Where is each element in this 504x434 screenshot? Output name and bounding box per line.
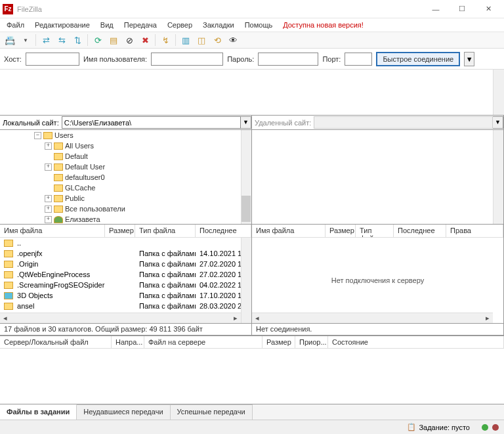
remote-site-input	[314, 116, 493, 129]
remote-file-list[interactable]: Нет подключения к серверу ◂▸	[252, 238, 503, 324]
tree-node[interactable]: +Default User	[0, 162, 251, 172]
file-type: Папка с файлами	[135, 292, 196, 299]
tree-node[interactable]: +Елизавета	[0, 214, 251, 225]
disconnect-icon[interactable]: ✖	[138, 33, 152, 47]
file-name: 3D Objects	[15, 292, 52, 299]
tab-success[interactable]: Успешные передачи	[171, 404, 253, 420]
local-file-list[interactable]: .. .openjfxПапка с файлами14.10.2021 14:…	[0, 238, 251, 324]
qcol-priority[interactable]: Приор...	[295, 336, 328, 348]
remote-list-header: Имя файла Размер Тип файла Последнее из.…	[252, 225, 503, 238]
tree-node[interactable]: +Все пользователи	[0, 204, 251, 214]
rcol-size[interactable]: Размер	[326, 225, 356, 237]
tree-node[interactable]: −Users	[0, 130, 251, 141]
minimize-button[interactable]: —	[423, 1, 449, 18]
folder-icon	[4, 292, 13, 299]
remote-tree-scrollbar[interactable]	[493, 130, 503, 224]
sync-browse-icon[interactable]: ⟲	[210, 33, 224, 47]
menu-view[interactable]: Вид	[96, 20, 117, 30]
menu-edit[interactable]: Редактирование	[31, 20, 94, 30]
menu-bookmarks[interactable]: Закладки	[199, 20, 238, 30]
toggle-log-icon[interactable]: ⇄	[39, 33, 53, 47]
qcol-server[interactable]: Сервер/Локальный файл	[0, 336, 112, 348]
pass-input[interactable]	[258, 53, 318, 66]
qcol-size[interactable]: Размер	[262, 336, 295, 348]
list-item[interactable]: 3D ObjectsПапка с файлами17.10.2020 1:27…	[0, 290, 251, 301]
qcol-direction[interactable]: Напра...	[112, 336, 144, 348]
sitemanager-drop-icon[interactable]: ▼	[18, 33, 33, 47]
tab-failed[interactable]: Неудавшиеся передачи	[77, 404, 170, 420]
local-list-header: Имя файла Размер Тип файла Последнее изм	[0, 225, 251, 238]
tree-node[interactable]: defaultuser0	[0, 172, 251, 183]
remote-empty-message: Нет подключения к серверу	[252, 238, 503, 323]
menu-transfer[interactable]: Передача	[120, 20, 161, 30]
maximize-button[interactable]: ☐	[449, 1, 475, 18]
list-item[interactable]: .openjfxПапка с файлами14.10.2021 14:05	[0, 248, 251, 259]
refresh-icon[interactable]: ⟳	[91, 33, 105, 47]
expand-toggle[interactable]: +	[45, 206, 52, 213]
queue-body[interactable]	[0, 349, 504, 404]
menu-server[interactable]: Сервер	[163, 20, 196, 30]
cancel-icon[interactable]: ⊘	[122, 33, 136, 47]
menu-help[interactable]: Помощь	[241, 20, 277, 30]
list-item[interactable]: .QtWebEngineProcessПапка с файлами27.02.…	[0, 269, 251, 280]
activity-led-down-icon	[482, 424, 488, 431]
folder-icon	[4, 261, 13, 268]
tab-queued[interactable]: Файлы в задании	[0, 404, 77, 420]
filter-icon[interactable]: ▥	[178, 33, 193, 47]
col-name[interactable]: Имя файла	[0, 225, 105, 237]
host-input[interactable]	[26, 53, 79, 66]
search-icon[interactable]: 👁	[226, 33, 240, 47]
menu-file[interactable]: Файл	[3, 20, 28, 30]
qcol-state[interactable]: Состояние	[328, 336, 504, 348]
remote-tree[interactable]	[252, 130, 503, 225]
reconnect-icon[interactable]: ↯	[158, 33, 173, 47]
close-button[interactable]: ✕	[475, 1, 501, 18]
menu-update-available[interactable]: Доступна новая версия!	[279, 20, 368, 30]
remote-list-hscroll[interactable]: ◂▸	[252, 313, 493, 323]
list-item[interactable]: .OriginПапка с файлами27.02.2020 18:58	[0, 259, 251, 269]
tree-node[interactable]: +Public	[0, 193, 251, 204]
expand-toggle[interactable]: −	[34, 132, 41, 139]
expand-toggle[interactable]: +	[45, 142, 52, 150]
tree-node[interactable]: GLCache	[0, 183, 251, 193]
list-item[interactable]: ..	[0, 238, 251, 248]
quickconnect-history-drop[interactable]: ▼	[464, 52, 474, 66]
sitemanager-icon[interactable]: 📇	[3, 33, 17, 47]
qcol-remote[interactable]: Файл на сервере	[144, 336, 262, 348]
tree-node[interactable]: Default	[0, 151, 251, 162]
expand-toggle[interactable]: +	[45, 195, 52, 202]
local-tree-scrollbar[interactable]	[241, 130, 251, 224]
quickconnect-button[interactable]: Быстрое соединение	[376, 52, 460, 66]
file-type: Папка с файлами	[135, 250, 196, 257]
folder-icon	[43, 132, 52, 139]
compare-icon[interactable]: ◫	[194, 33, 209, 47]
file-name: ..	[15, 239, 21, 247]
file-name: ansel	[15, 302, 34, 310]
local-list-hscroll[interactable]: ◂▸	[0, 313, 241, 323]
local-list-vscroll[interactable]	[241, 238, 251, 323]
user-input[interactable]	[151, 53, 223, 66]
expand-toggle[interactable]: +	[45, 216, 52, 223]
port-input[interactable]	[345, 53, 372, 66]
tree-node[interactable]: +All Users	[0, 141, 251, 151]
list-item[interactable]: .ScreamingFrogSEOSpiderПапка с файлами04…	[0, 280, 251, 290]
expand-toggle[interactable]: +	[45, 163, 52, 171]
rcol-perm[interactable]: Права	[446, 225, 503, 237]
local-site-input[interactable]	[62, 116, 241, 129]
process-queue-icon[interactable]: ▤	[106, 33, 121, 47]
rcol-modified[interactable]: Последнее из...	[394, 225, 446, 237]
rcol-type[interactable]: Тип файла	[356, 225, 394, 237]
list-item[interactable]: anselПапка с файлами28.03.2020 2:22:	[0, 301, 251, 311]
toggle-queue-icon[interactable]: ⇅	[70, 33, 85, 47]
col-size[interactable]: Размер	[105, 225, 135, 237]
folder-icon	[54, 142, 63, 150]
message-log[interactable]	[0, 70, 504, 116]
col-modified[interactable]: Последнее изм	[196, 225, 251, 237]
rcol-name[interactable]: Имя файла	[252, 225, 326, 237]
local-tree[interactable]: −Users+All UsersDefault+Default Userdefa…	[0, 130, 251, 225]
host-label: Хост:	[4, 55, 22, 63]
local-site-drop[interactable]: ▼	[241, 116, 251, 129]
col-type[interactable]: Тип файла	[135, 225, 196, 237]
toggle-tree-icon[interactable]: ⇆	[54, 33, 69, 47]
remote-site-drop[interactable]: ▼	[493, 116, 503, 129]
